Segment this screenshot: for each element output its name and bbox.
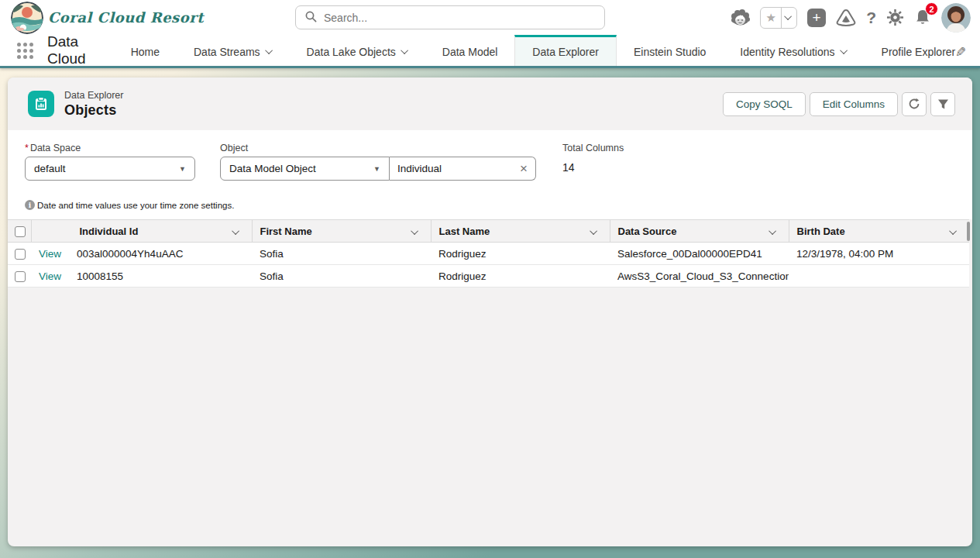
cell-individual-id: View003al000004Yh4uAAC xyxy=(31,243,252,265)
tab-data-model[interactable]: Data Model xyxy=(425,35,515,66)
breadcrumb: Data Explorer xyxy=(64,90,123,101)
chevron-down-icon: ▼ xyxy=(179,165,186,173)
search-icon xyxy=(305,11,317,25)
column-header-first-name[interactable]: First Name xyxy=(252,220,431,243)
pencil-icon[interactable]: ✎ xyxy=(955,44,966,60)
results-table-region: Individual IdFirst NameLast NameData Sou… xyxy=(8,219,972,288)
view-link[interactable]: View xyxy=(39,248,61,260)
chevron-down-icon xyxy=(401,46,408,54)
help-icon[interactable]: ? xyxy=(866,9,876,27)
chevron-down-icon[interactable] xyxy=(232,227,239,235)
trailhead-icon[interactable] xyxy=(836,9,856,27)
chevron-down-icon xyxy=(265,46,273,54)
tab-home[interactable]: Home xyxy=(114,35,177,66)
notification-count-badge: 2 xyxy=(925,2,938,16)
app-launcher-waffle-icon[interactable] xyxy=(17,43,33,59)
global-header: Coral Cloud Resort ★ + xyxy=(0,0,980,35)
object-search-field[interactable]: × xyxy=(390,157,536,181)
favorites-dropdown-icon[interactable] xyxy=(781,8,796,28)
tab-identity-resolutions[interactable]: Identity Resolutions xyxy=(723,35,864,66)
column-header-label: Data Source xyxy=(618,226,677,237)
data-space-label: *Data Space xyxy=(25,143,195,153)
column-header-data-source[interactable]: Data Source xyxy=(610,220,789,243)
column-header-last-name[interactable]: Last Name xyxy=(431,220,610,243)
tab-label: Data Lake Objects xyxy=(307,46,396,58)
column-header-individual-id[interactable]: Individual Id xyxy=(31,220,252,243)
app-navigation-bar: Data Cloud HomeData StreamsData Lake Obj… xyxy=(0,35,980,68)
chevron-down-icon[interactable] xyxy=(949,227,957,235)
chevron-down-icon: ▼ xyxy=(373,165,380,173)
logo-image xyxy=(11,2,43,34)
cell-birth-date xyxy=(789,265,969,288)
table-row: View003al000004Yh4uAACSofiaRodriguezSale… xyxy=(8,243,969,265)
tab-einstein-studio[interactable]: Einstein Studio xyxy=(617,35,723,66)
object-search-input[interactable] xyxy=(397,163,506,174)
tab-more[interactable]: More▼ xyxy=(972,35,980,66)
app-name[interactable]: Data Cloud xyxy=(47,33,86,67)
edit-columns-button[interactable]: Edit Columns xyxy=(810,92,898,116)
data-explorer-object-icon xyxy=(28,91,54,117)
tab-data-explorer[interactable]: Data Explorer xyxy=(514,35,617,66)
company-logo: Coral Cloud Resort xyxy=(11,2,204,34)
tab-label: Data Model xyxy=(442,46,498,58)
tab-label: Einstein Studio xyxy=(634,46,706,58)
select-all-header xyxy=(8,220,31,243)
einstein-icon[interactable] xyxy=(730,9,750,27)
favorites-button-group: ★ xyxy=(760,7,797,29)
cell-first-name: Sofia xyxy=(252,243,431,265)
cell-first-name: Sofia xyxy=(252,265,431,288)
setup-gear-icon[interactable] xyxy=(886,9,904,26)
copy-soql-button[interactable]: Copy SOQL xyxy=(723,92,806,116)
tab-label: Data Streams xyxy=(194,46,260,58)
column-header-birth-date[interactable]: Birth Date xyxy=(789,220,969,243)
object-type-value: Data Model Object xyxy=(229,163,316,174)
row-checkbox[interactable] xyxy=(15,249,26,260)
page-title: Objects xyxy=(64,102,123,119)
data-space-select[interactable]: default ▼ xyxy=(25,157,195,181)
timezone-note: i Date and time values use your time zon… xyxy=(25,200,234,210)
add-icon[interactable]: + xyxy=(807,9,826,27)
user-avatar[interactable] xyxy=(941,3,971,33)
required-asterisk: * xyxy=(25,143,29,153)
data-space-value: default xyxy=(34,163,66,174)
tab-label: Home xyxy=(131,46,160,58)
individual-id-value: 003al000004Yh4uAAC xyxy=(77,248,183,260)
cell-birth-date: 12/3/1978, 04:00 PM xyxy=(789,243,969,265)
tab-data-streams[interactable]: Data Streams xyxy=(177,35,290,66)
global-search[interactable] xyxy=(295,5,605,29)
row-checkbox[interactable] xyxy=(15,271,26,282)
filter-button[interactable] xyxy=(930,92,955,116)
total-columns-label: Total Columns xyxy=(562,143,624,153)
info-icon: i xyxy=(25,200,35,210)
search-input[interactable] xyxy=(324,12,579,24)
object-label: Object xyxy=(220,143,536,153)
column-header-label: Individual Id xyxy=(80,226,139,237)
cell-data-source: AwsS3_Coral_Cloud_S3_Connection xyxy=(610,265,789,288)
column-header-label: Birth Date xyxy=(797,226,845,237)
data-explorer-card: Data Explorer Objects Copy SOQLEdit Colu… xyxy=(8,78,972,546)
total-columns-value: 14 xyxy=(562,161,624,174)
tab-data-lake-objects[interactable]: Data Lake Objects xyxy=(290,35,425,66)
chevron-down-icon[interactable] xyxy=(411,227,418,235)
select-all-checkbox[interactable] xyxy=(15,226,26,237)
favorites-star-icon[interactable]: ★ xyxy=(761,8,781,28)
column-header-label: First Name xyxy=(260,226,312,237)
clear-icon[interactable]: × xyxy=(520,162,528,175)
results-table: Individual IdFirst NameLast NameData Sou… xyxy=(8,219,969,288)
logo-text: Coral Cloud Resort xyxy=(48,9,204,26)
cell-last-name: Rodriguez xyxy=(431,265,610,288)
chevron-down-icon xyxy=(840,46,848,54)
vertical-scrollbar[interactable] xyxy=(967,222,970,241)
chevron-down-icon[interactable] xyxy=(769,227,776,235)
cell-individual-id: View10008155 xyxy=(31,265,252,288)
object-type-select[interactable]: Data Model Object ▼ xyxy=(220,157,390,181)
chevron-down-icon[interactable] xyxy=(590,227,597,235)
tab-label: Data Explorer xyxy=(532,46,599,58)
notifications-bell-icon[interactable]: 2 xyxy=(914,9,931,26)
page-header: Data Explorer Objects Copy SOQLEdit Colu… xyxy=(8,78,972,130)
tab-label: Profile Explorer xyxy=(882,46,956,58)
table-row: View10008155SofiaRodriguezAwsS3_Coral_Cl… xyxy=(8,265,969,288)
individual-id-value: 10008155 xyxy=(77,270,123,282)
view-link[interactable]: View xyxy=(39,270,61,282)
refresh-button[interactable] xyxy=(902,92,927,116)
